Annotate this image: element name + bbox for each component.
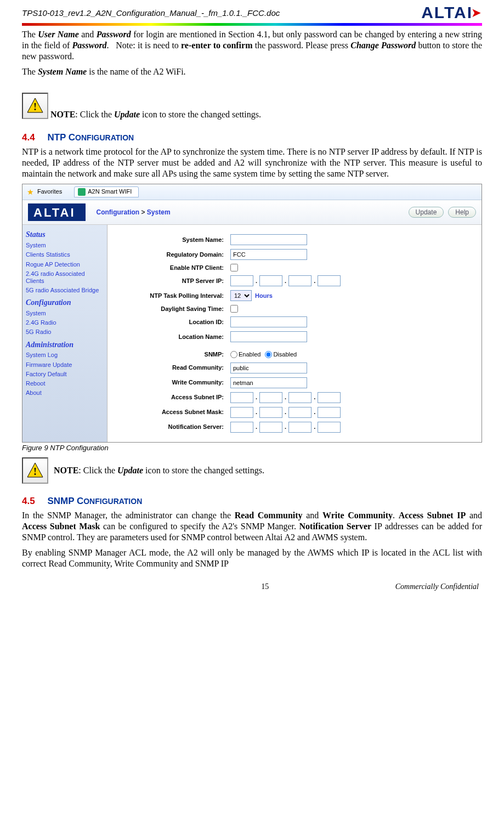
ip-input-notif-server: . . . — [230, 422, 341, 433]
section-4-5-title: SNMP CONFIGURATION — [47, 496, 142, 506]
input-access-mask-2[interactable] — [259, 407, 282, 418]
sidebar-nav: Status System Clients Statistics Rogue A… — [22, 225, 107, 441]
ip-input-access-mask: . . . — [230, 407, 341, 418]
config-form-pane: System Name: Regulatory Domain: Enable N… — [107, 225, 482, 441]
sidebar-item-rogue-ap[interactable]: Rogue AP Detection — [22, 260, 107, 269]
note-block-2: ! NOTE: Click the Update icon to store t… — [22, 457, 482, 484]
doc-header: TPS10-013_rev1.2_A2N_Configuration_Manua… — [0, 0, 504, 23]
input-ntp-ip-3[interactable] — [288, 275, 312, 286]
rainbow-divider — [22, 23, 482, 26]
intro-paragraph: The User Name and Password for login are… — [22, 29, 482, 62]
page-footer: 15 Commercially Confidential — [0, 579, 504, 591]
radio-snmp-enabled[interactable] — [230, 351, 237, 358]
svg-text:!: ! — [33, 466, 37, 477]
sidebar-item-factory-default[interactable]: Factory Default — [22, 370, 107, 379]
sidebar-item-24g-clients[interactable]: 2.4G radio Associated Clients — [22, 269, 107, 286]
sidebar-item-cfg-5g[interactable]: 5G Radio — [22, 327, 107, 337]
label-dst: Daylight Saving Time: — [121, 305, 230, 313]
update-button[interactable]: Update — [409, 207, 444, 218]
label-access-mask: Access Subnet Mask: — [121, 409, 230, 416]
label-ntp-poll: NTP Task Polling Interval: — [121, 292, 230, 299]
sidebar-item-about[interactable]: About — [22, 388, 107, 398]
input-system-name[interactable] — [230, 234, 307, 245]
input-read-community[interactable] — [230, 363, 307, 373]
help-button[interactable]: Help — [448, 207, 476, 218]
section-4-5-heading: 4.5 SNMP CONFIGURATION — [22, 496, 482, 507]
label-access-ip: Access Subnet IP: — [121, 394, 230, 401]
favorites-bar: ★ Favorites A2N Smart WIFI — [22, 184, 482, 200]
label-system-name: System Name: — [121, 236, 230, 244]
altai-logo: ALTAI➤ — [421, 3, 482, 22]
sidebar-item-system[interactable]: System — [22, 241, 107, 250]
label-write-community: Write Community: — [121, 379, 230, 386]
star-icon: ★ — [27, 188, 34, 197]
checkbox-dst[interactable] — [230, 305, 238, 313]
input-write-community[interactable] — [230, 377, 307, 388]
sidebar-item-cfg-24g[interactable]: 2.4G Radio — [22, 318, 107, 327]
input-ntp-ip-2[interactable] — [259, 275, 282, 286]
sidebar-item-syslog[interactable]: System Log — [22, 350, 107, 360]
input-notif-1[interactable] — [230, 422, 253, 433]
ip-input-ntp-server: . . . — [230, 275, 341, 286]
input-loc-name[interactable] — [230, 331, 307, 342]
input-access-mask-1[interactable] — [230, 407, 253, 418]
sidebar-item-clients-stats[interactable]: Clients Statistics — [22, 250, 107, 259]
input-access-mask-3[interactable] — [288, 407, 312, 418]
page-number: 15 — [135, 582, 395, 591]
select-ntp-poll[interactable]: 12 — [230, 290, 252, 301]
section-4-4-heading: 4.4 NTP CONFIGURATION — [22, 132, 482, 143]
sysname-paragraph: The System Name is the name of the A2 Wi… — [22, 66, 482, 77]
input-reg-domain[interactable] — [230, 249, 307, 260]
label-loc-name: Location Name: — [121, 333, 230, 341]
breadcrumb: Configuration > System — [97, 208, 171, 216]
label-enable-ntp: Enable NTP Client: — [121, 264, 230, 271]
input-access-ip-2[interactable] — [259, 392, 282, 403]
input-notif-2[interactable] — [259, 422, 282, 433]
note-text-2: NOTE: Click the Update icon to store the… — [54, 466, 264, 475]
sidebar-item-reboot[interactable]: Reboot — [22, 379, 107, 388]
warning-icon: ! — [22, 457, 48, 484]
label-snmp: SNMP: — [121, 351, 230, 358]
sidebar-item-cfg-system[interactable]: System — [22, 309, 107, 318]
ip-input-access-subnet: . . . — [230, 392, 341, 403]
checkbox-enable-ntp[interactable] — [230, 264, 238, 271]
sec45-paragraph-1: In the SNMP Manager, the administrator c… — [22, 510, 482, 543]
input-access-mask-4[interactable] — [318, 407, 341, 418]
input-access-ip-1[interactable] — [230, 392, 253, 403]
label-loc-id: Location ID: — [121, 319, 230, 326]
label-read-community: Read Community: — [121, 364, 230, 371]
section-4-4-title: NTP CONFIGURATION — [47, 132, 134, 143]
sidebar-group-admin: Administration — [22, 337, 107, 351]
input-notif-4[interactable] — [318, 422, 341, 433]
sec45-paragraph-2: By enabling SNMP Manager ACL mode, the A… — [22, 547, 482, 569]
sidebar-item-fw-update[interactable]: Firmware Update — [22, 360, 107, 370]
figure-9-caption: Figure 9 NTP Configuration — [22, 444, 482, 452]
input-access-ip-4[interactable] — [318, 392, 341, 403]
input-loc-id[interactable] — [230, 316, 307, 327]
label-reg-domain: Regulatory Domain: — [121, 251, 230, 258]
label-ntp-server-ip: NTP Server IP: — [121, 278, 230, 285]
label-hours: Hours — [255, 292, 273, 299]
input-ntp-ip-1[interactable] — [230, 275, 253, 286]
doc-filename: TPS10-013_rev1.2_A2N_Configuration_Manua… — [22, 8, 280, 18]
app-topbar: ALTAI Configuration > System Update Help — [22, 200, 482, 225]
swoosh-icon: ➤ — [472, 6, 482, 19]
config-screenshot: ★ Favorites A2N Smart WIFI ALTAI Configu… — [22, 184, 482, 443]
label-notif-server: Notification Server: — [121, 423, 230, 431]
favorites-label: Favorites — [37, 188, 62, 195]
input-access-ip-3[interactable] — [288, 392, 312, 403]
footer-confidential: Commercially Confidential — [395, 582, 479, 591]
radio-snmp-disabled[interactable] — [265, 351, 272, 358]
sec44-paragraph: NTP is a network time protocol for the A… — [22, 146, 482, 179]
browser-tab[interactable]: A2N Smart WIFI — [74, 186, 139, 197]
input-notif-3[interactable] — [288, 422, 312, 433]
sidebar-group-config: Configuration — [22, 295, 107, 309]
input-ntp-ip-4[interactable] — [318, 275, 341, 286]
tab-favicon-icon — [78, 188, 86, 196]
sidebar-group-status: Status — [22, 227, 107, 241]
sidebar-item-5g-bridge[interactable]: 5G radio Associated Bridge — [22, 286, 107, 295]
altai-logo-app: ALTAI — [28, 203, 86, 221]
